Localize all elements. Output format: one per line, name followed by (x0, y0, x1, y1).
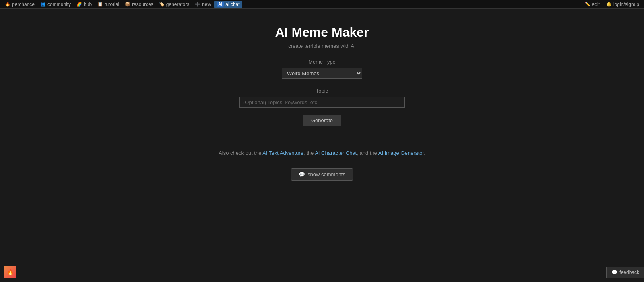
nav-item-hub[interactable]: 🌈 hub (74, 1, 94, 8)
nav-label-tutorial: tutorial (105, 2, 119, 7)
hub-icon: 🌈 (76, 2, 82, 7)
top-navigation: 🔥 perchance 👥 community 🌈 hub 📋 tutorial… (0, 0, 644, 9)
also-check-suffix: . (424, 150, 425, 156)
nav-label-ai-chat: ai chat (225, 2, 239, 7)
feedback-label: feedback (619, 270, 639, 275)
login-icon: 🔔 (606, 2, 612, 7)
link-character-chat[interactable]: AI Character Chat (315, 150, 357, 156)
nav-label-resources: resources (132, 2, 153, 7)
ai-badge: AI (217, 2, 224, 7)
main-content: AI Meme Maker create terrible memes with… (0, 9, 644, 181)
also-check-prefix: Also check out the (219, 150, 262, 156)
perchance-icon: 🔥 (5, 2, 10, 7)
perchance-home-icon[interactable]: 🔥 (4, 266, 16, 278)
resources-icon: 📦 (125, 2, 130, 7)
comment-icon: 💬 (299, 171, 305, 177)
show-comments-label: show comments (308, 171, 345, 177)
feedback-button[interactable]: 💬 feedback (606, 267, 644, 278)
community-icon: 👥 (40, 2, 46, 7)
meme-type-section: — Meme Type — Weird Memes Classic Memes … (282, 59, 362, 85)
nav-label-community: community (47, 2, 71, 7)
topic-section: — Topic — (239, 88, 405, 113)
edit-icon: ✏️ (585, 2, 590, 7)
topic-input[interactable] (239, 97, 405, 108)
nav-label-hub: hub (84, 2, 92, 7)
nav-item-community[interactable]: 👥 community (38, 1, 73, 8)
link-image-generator[interactable]: AI Image Generator (378, 150, 424, 156)
nav-right: ✏️ edit 🔔 login/signup (582, 1, 642, 8)
feedback-chat-icon: 💬 (611, 270, 617, 275)
also-check-text: Also check out the AI Text Adventure, th… (219, 150, 425, 156)
meme-type-select[interactable]: Weird Memes Classic Memes Dank Memes Who… (282, 68, 362, 79)
nav-label-edit: edit (592, 2, 600, 7)
nav-label-new: new (202, 2, 211, 7)
nav-item-generators[interactable]: 🏷️ generators (157, 1, 192, 8)
tutorial-icon: 📋 (97, 2, 103, 7)
nav-label-generators: generators (166, 2, 189, 7)
fire-icon: 🔥 (7, 269, 14, 275)
new-icon: ➕ (195, 2, 200, 7)
nav-item-login[interactable]: 🔔 login/signup (604, 1, 642, 8)
topic-label: — Topic — (309, 88, 334, 94)
bottom-left-icon[interactable]: 🔥 (4, 266, 16, 278)
generators-icon: 🏷️ (159, 2, 165, 7)
page-subtitle: create terrible memes with AI (288, 43, 356, 49)
nav-left: 🔥 perchance 👥 community 🌈 hub 📋 tutorial… (2, 1, 242, 8)
nav-item-resources[interactable]: 📦 resources (122, 1, 156, 8)
nav-item-perchance[interactable]: 🔥 perchance (2, 1, 37, 8)
show-comments-button[interactable]: 💬 show comments (291, 168, 353, 181)
meme-type-label: — Meme Type — (302, 59, 343, 65)
nav-item-tutorial[interactable]: 📋 tutorial (95, 1, 122, 8)
nav-label-login: login/signup (613, 2, 639, 7)
generate-button[interactable]: Generate (303, 115, 341, 126)
page-title: AI Meme Maker (275, 25, 369, 40)
nav-item-edit[interactable]: ✏️ edit (582, 1, 602, 8)
link-text-adventure[interactable]: AI Text Adventure (262, 150, 303, 156)
nav-label-perchance: perchance (12, 2, 35, 7)
nav-item-new[interactable]: ➕ new (192, 1, 213, 8)
nav-item-ai-chat[interactable]: AI ai chat (214, 1, 242, 8)
